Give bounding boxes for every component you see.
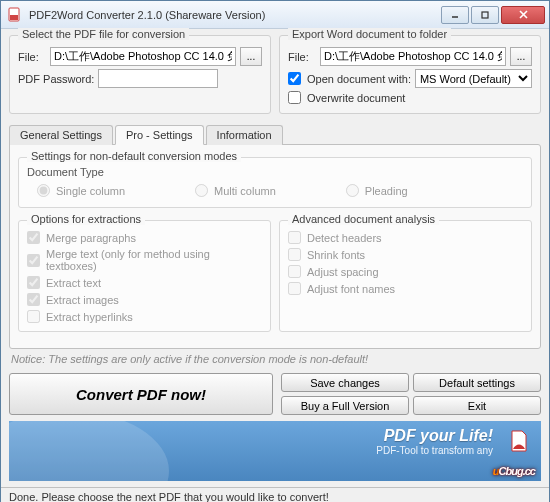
extraction-options-group: Options for extractions Merge paragraphs… — [18, 220, 271, 332]
statusbar: Done. Please choose the next PDF that yo… — [1, 487, 549, 502]
app-window: PDF2Word Converter 2.1.0 (Shareware Vers… — [0, 0, 550, 502]
input-pdf-file[interactable] — [50, 47, 236, 66]
check-detect-headers[interactable]: Detect headers — [288, 231, 523, 244]
check-extract-images[interactable]: Extract images — [27, 293, 262, 306]
output-folder-field[interactable] — [320, 47, 506, 66]
pdf-password-label: PDF Password: — [18, 73, 94, 85]
svg-rect-3 — [482, 12, 488, 18]
exit-button[interactable]: Exit — [413, 396, 541, 415]
check-shrink-fonts[interactable]: Shrink fonts — [288, 248, 523, 261]
save-changes-button[interactable]: Save changes — [281, 373, 409, 392]
app-icon — [7, 7, 23, 23]
select-pdf-group: Select the PDF file for conversion File:… — [9, 35, 271, 114]
export-folder-group: Export Word document to folder File: ...… — [279, 35, 541, 114]
tab-information[interactable]: Information — [206, 125, 283, 145]
svg-rect-1 — [10, 15, 18, 20]
radio-single-column[interactable]: Single column — [37, 184, 125, 197]
default-settings-button[interactable]: Default settings — [413, 373, 541, 392]
non-default-legend: Settings for non-default conversion mode… — [27, 150, 241, 162]
check-extract-text[interactable]: Extract text — [27, 276, 262, 289]
check-merge-text[interactable]: Merge text (only for method using textbo… — [27, 248, 262, 272]
analysis-legend: Advanced document analysis — [288, 213, 439, 225]
overwrite-checkbox[interactable]: Overwrite document — [288, 91, 405, 104]
extraction-legend: Options for extractions — [27, 213, 145, 225]
advanced-analysis-group: Advanced document analysis Detect header… — [279, 220, 532, 332]
promo-banner: PDF your Life! PDF-Tool to transform any… — [9, 421, 541, 481]
browse-input-button[interactable]: ... — [240, 47, 262, 66]
export-file-label: File: — [288, 51, 316, 63]
titlebar: PDF2Word Converter 2.1.0 (Shareware Vers… — [1, 1, 549, 29]
minimize-button[interactable] — [441, 6, 469, 24]
document-type-label: Document Type — [27, 166, 523, 178]
radio-pleading[interactable]: Pleading — [346, 184, 408, 197]
select-pdf-legend: Select the PDF file for conversion — [18, 28, 189, 40]
pdf-password-field[interactable] — [98, 69, 218, 88]
non-default-settings-group: Settings for non-default conversion mode… — [18, 157, 532, 208]
maximize-button[interactable] — [471, 6, 499, 24]
close-button[interactable] — [501, 6, 545, 24]
pro-settings-panel: Settings for non-default conversion mode… — [9, 144, 541, 349]
tabstrip: General Settings Pro - Settings Informat… — [9, 125, 541, 145]
open-with-select[interactable]: MS Word (Default) — [415, 69, 532, 88]
overwrite-label: Overwrite document — [307, 92, 405, 104]
export-folder-legend: Export Word document to folder — [288, 28, 451, 40]
notice-text: Notice: The settings are only active if … — [11, 353, 539, 365]
open-with-label: Open document with: — [307, 73, 411, 85]
check-extract-hyperlinks[interactable]: Extract hyperlinks — [27, 310, 262, 323]
watermark: uCbug.cc — [493, 455, 535, 481]
check-adjust-font-names[interactable]: Adjust font names — [288, 282, 523, 295]
banner-title: PDF your Life! — [384, 427, 493, 445]
overwrite-check[interactable] — [288, 91, 301, 104]
open-with-checkbox[interactable]: Open document with: — [288, 72, 411, 85]
tab-pro-settings[interactable]: Pro - Settings — [115, 125, 204, 145]
tab-general-settings[interactable]: General Settings — [9, 125, 113, 145]
file-label: File: — [18, 51, 46, 63]
check-adjust-spacing[interactable]: Adjust spacing — [288, 265, 523, 278]
buy-full-version-button[interactable]: Buy a Full Version — [281, 396, 409, 415]
convert-button[interactable]: Convert PDF now! — [9, 373, 273, 415]
banner-subtitle: PDF-Tool to transform any — [376, 445, 493, 456]
window-title: PDF2Word Converter 2.1.0 (Shareware Vers… — [29, 9, 439, 21]
browse-output-button[interactable]: ... — [510, 47, 532, 66]
open-with-check[interactable] — [288, 72, 301, 85]
pdf-icon — [507, 429, 531, 453]
radio-multi-column[interactable]: Multi column — [195, 184, 276, 197]
check-merge-paragraphs[interactable]: Merge paragraphs — [27, 231, 262, 244]
